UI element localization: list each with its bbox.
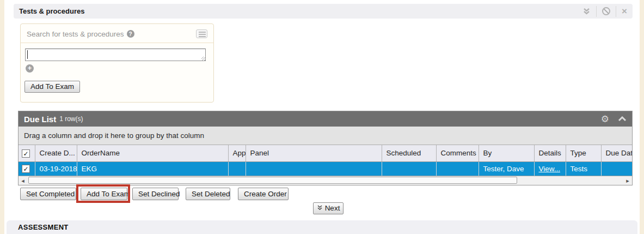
cell-due-date	[601, 161, 632, 176]
due-list-header: Due List 1 row(s) ⚙	[19, 111, 632, 127]
set-completed-button[interactable]: Set Completed	[20, 188, 76, 200]
next-button-label: Next	[325, 204, 340, 212]
text-caret	[27, 50, 28, 59]
add-to-exam-button-top[interactable]: Add To Exam	[24, 81, 80, 93]
search-tests-panel: Search for tests & procedures ? + Add To…	[20, 23, 214, 103]
assessment-title: ASSESSMENT	[18, 223, 69, 231]
panel-title: Tests & procedures	[19, 7, 84, 15]
list-icon[interactable]	[196, 29, 207, 38]
double-chevron-down-icon	[317, 205, 323, 211]
cell-by: Tester, Dave	[479, 161, 534, 176]
col-header-type[interactable]: Type	[566, 145, 601, 161]
add-plus-icon[interactable]: +	[26, 64, 34, 73]
gear-icon[interactable]: ⚙	[601, 115, 609, 124]
table-header-row: ✓ Create D... OrderName Appt... Panel Sc…	[19, 145, 632, 161]
chevron-up-icon[interactable]	[618, 116, 627, 122]
cell-appt	[228, 161, 246, 176]
create-order-button[interactable]: Create Order	[238, 188, 289, 200]
page-edge-right	[640, 0, 644, 234]
row-checkbox[interactable]: ✓	[22, 165, 30, 173]
col-header-scheduled[interactable]: Scheduled	[382, 145, 436, 161]
cell-panel	[246, 161, 382, 176]
due-list-panel: Due List 1 row(s) ⚙ Drag a column and dr…	[18, 111, 633, 185]
horizontal-scrollbar[interactable]: ◂ ▸	[19, 176, 632, 185]
collapse-double-chevron-icon[interactable]	[582, 8, 591, 15]
cell-comments	[436, 161, 479, 176]
cell-create-date: 03-19-2018	[35, 161, 77, 176]
help-icon[interactable]: ?	[127, 30, 134, 38]
search-label: Search for tests & procedures	[27, 30, 124, 38]
group-by-drop-zone[interactable]: Drag a column and drop it here to group …	[19, 127, 632, 145]
col-header-ordername[interactable]: OrderName	[77, 145, 228, 161]
divider	[616, 6, 616, 17]
scroll-left-arrow-icon[interactable]: ◂	[19, 176, 27, 185]
view-details-link[interactable]: View...	[539, 165, 561, 173]
search-input[interactable]	[25, 49, 206, 61]
cell-ordername: EKG	[77, 161, 228, 176]
due-list-title: Due List	[24, 115, 56, 124]
select-all-checkbox[interactable]: ✓	[22, 149, 30, 158]
next-button[interactable]: Next	[313, 202, 344, 214]
tests-procedures-header: Tests & procedures ×	[14, 4, 633, 19]
scroll-right-arrow-icon[interactable]: ▸	[623, 176, 632, 185]
col-header-by[interactable]: By	[479, 145, 534, 161]
close-icon[interactable]: ×	[622, 7, 627, 16]
assessment-section-header[interactable]: ASSESSMENT	[7, 220, 637, 234]
col-header-due-date[interactable]: Due Date	[601, 145, 632, 161]
set-declined-button[interactable]: Set Declined	[132, 188, 179, 200]
scrollbar-thumb[interactable]	[28, 177, 517, 184]
col-header-details[interactable]: Details	[534, 145, 566, 161]
col-header-appt[interactable]: Appt...	[228, 145, 246, 161]
col-header-comments[interactable]: Comments	[436, 145, 479, 161]
cell-scheduled	[382, 161, 436, 176]
cell-type: Tests	[566, 161, 601, 176]
page-edge-left	[0, 0, 4, 234]
disable-panel-icon[interactable]	[602, 7, 610, 15]
due-list-table: ✓ Create D... OrderName Appt... Panel Sc…	[19, 145, 632, 176]
col-header-create-date[interactable]: Create D...	[35, 145, 77, 161]
divider	[596, 6, 597, 17]
table-row[interactable]: ✓ 03-19-2018 EKG Tester, Dave View... Te…	[19, 161, 632, 176]
set-deleted-button[interactable]: Set Deleted	[186, 188, 230, 200]
add-to-exam-button[interactable]: Add To Exam	[81, 188, 127, 200]
col-header-panel[interactable]: Panel	[246, 145, 382, 161]
due-list-row-count: 1 row(s)	[59, 115, 83, 123]
